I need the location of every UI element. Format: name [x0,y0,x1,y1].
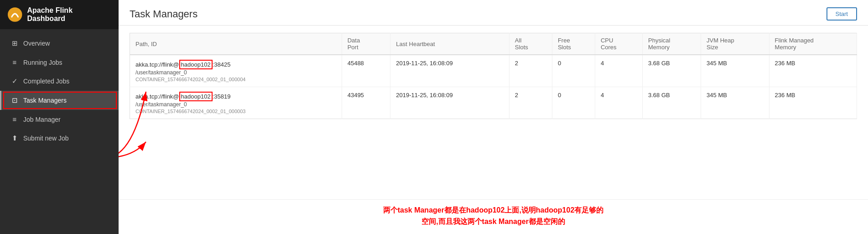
sidebar-item-running-jobs[interactable]: ≡ Running Jobs [0,53,119,72]
annotation-line2: 空间,而且我这两个task Manager都是空闲的 [130,216,857,228]
sidebar-item-completed-jobs[interactable]: ✓ Completed Jobs [0,72,119,91]
cell-flink-managed-1: 236 MB [769,55,857,87]
job-manager-icon: ≡ [10,115,19,123]
sidebar-item-label: Submit new Job [23,135,69,142]
cell-jvm-heap-1: 345 MB [701,55,769,87]
app-title: Apache Flink Dashboard [27,6,111,23]
sidebar-item-task-managers[interactable]: ⊡ Task Managers [0,91,119,110]
annotation-line1: 两个task Manager都是在hadoop102上面,说明hadoop102… [130,204,857,216]
col-all-slots: All Slots [509,33,552,55]
cell-physical-memory-1: 3.68 GB [643,55,701,87]
sidebar-item-job-manager[interactable]: ≡ Job Manager [0,110,119,129]
cell-physical-memory-2: 3.68 GB [643,87,701,119]
main-header: Task Managers Start [119,0,868,26]
sidebar-nav: ⊞ Overview ≡ Running Jobs ✓ Completed Jo… [0,29,119,234]
cell-jvm-heap-2: 345 MB [701,87,769,119]
submit-job-icon: ⬆ [10,134,19,142]
col-jvm-heap: JVM Heap Size [701,33,769,55]
col-data-port: Data Port [342,33,390,55]
sidebar-item-overview[interactable]: ⊞ Overview [0,34,119,53]
cell-all-slots-1: 2 [509,55,552,87]
cell-flink-managed-2: 236 MB [769,87,857,119]
running-jobs-icon: ≡ [10,58,19,66]
cell-path-2: akka.tcp://flink@hadoop102:35819 /user/t… [130,87,342,119]
cell-data-port-1: 45488 [342,55,390,87]
sidebar-header: Apache Flink Dashboard [0,0,119,29]
table-container: Path, ID Data Port Last Heartbeat All Sl… [119,26,868,199]
cell-cpu-cores-2: 4 [595,87,642,119]
table-row[interactable]: akka.tcp://flink@hadoop102:38425 /user/t… [130,55,857,87]
cell-data-port-2: 43495 [342,87,390,119]
svg-point-0 [8,7,22,21]
flink-logo [7,7,22,22]
table-header-row: Path, ID Data Port Last Heartbeat All Sl… [130,33,857,55]
start-button[interactable]: Start [826,7,857,21]
cell-cpu-cores-1: 4 [595,55,642,87]
cell-free-slots-1: 0 [552,55,595,87]
task-managers-table: Path, ID Data Port Last Heartbeat All Sl… [130,33,857,119]
hostname-box-1: hadoop102 [179,60,213,69]
col-free-slots: Free Slots [552,33,595,55]
main-content: Task Managers Start Path, ID Data Port L… [119,0,868,234]
sidebar-item-label: Completed Jobs [23,78,69,85]
sidebar-item-label: Overview [23,40,50,47]
completed-jobs-icon: ✓ [10,77,19,85]
cell-all-slots-2: 2 [509,87,552,119]
overview-icon: ⊞ [10,39,19,47]
col-path: Path, ID [130,33,342,55]
page-title: Task Managers [130,8,198,20]
cell-heartbeat-2: 2019-11-25, 16:08:09 [390,87,509,119]
sidebar-item-label: Job Manager [23,116,61,123]
cell-free-slots-2: 0 [552,87,595,119]
cell-path-1: akka.tcp://flink@hadoop102:38425 /user/t… [130,55,342,87]
bottom-annotation: 两个task Manager都是在hadoop102上面,说明hadoop102… [119,199,868,234]
cell-heartbeat-1: 2019-11-25, 16:08:09 [390,55,509,87]
task-managers-icon: ⊡ [10,96,19,104]
hostname-box-2: hadoop102 [179,92,213,101]
col-flink-managed: Flink Managed Memory [769,33,857,55]
sidebar: Apache Flink Dashboard ⊞ Overview ≡ Runn… [0,0,119,234]
col-heartbeat: Last Heartbeat [390,33,509,55]
col-cpu-cores: CPU Cores [595,33,642,55]
sidebar-item-label: Running Jobs [23,59,62,66]
sidebar-item-submit-new-job[interactable]: ⬆ Submit new Job [0,129,119,148]
table-row[interactable]: akka.tcp://flink@hadoop102:35819 /user/t… [130,87,857,119]
sidebar-item-label: Task Managers [23,97,67,104]
col-physical-memory: Physical Memory [643,33,701,55]
